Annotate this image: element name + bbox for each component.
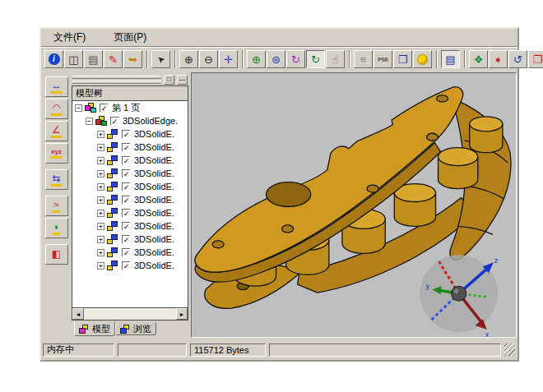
visibility-checkbox[interactable] bbox=[122, 156, 131, 165]
measure-angle-button[interactable]: ∠ bbox=[45, 121, 68, 141]
expand-icon[interactable]: + bbox=[97, 183, 104, 191]
pmi-button[interactable]: PMI bbox=[374, 50, 392, 68]
measure-xyz-button[interactable]: xyz bbox=[45, 143, 68, 164]
expand-icon[interactable]: + bbox=[97, 131, 104, 138]
print-button[interactable]: ▤ bbox=[84, 50, 103, 68]
rotate-view-button[interactable]: ↻ bbox=[286, 50, 305, 68]
visibility-checkbox[interactable] bbox=[122, 130, 131, 139]
move-part-button[interactable]: ➧ bbox=[489, 50, 508, 68]
zoom-in-button[interactable]: ⊕ bbox=[179, 50, 198, 68]
scroll-right-icon[interactable]: ► bbox=[176, 308, 188, 320]
panel-restore-button[interactable]: □ bbox=[164, 75, 174, 85]
tree-node-page[interactable]: − 第 1 页 bbox=[72, 101, 188, 114]
tree-node-part[interactable]: + 3DSolidE. bbox=[72, 259, 188, 272]
visibility-checkbox[interactable] bbox=[122, 222, 131, 231]
measure-curve-button[interactable]: ≈ bbox=[45, 196, 68, 216]
part-cube-icon bbox=[107, 168, 119, 179]
assembly-tree-icon: ❖ bbox=[474, 54, 484, 65]
measure-between-icon: ⇆ bbox=[51, 173, 61, 187]
expand-icon[interactable]: + bbox=[97, 236, 104, 243]
spin-view-button[interactable]: ↻ bbox=[306, 50, 325, 68]
tree-node-assembly[interactable]: − 3DSolidEdge. bbox=[72, 114, 188, 127]
visibility-checkbox[interactable] bbox=[122, 209, 131, 218]
measure-area-button[interactable]: ◗ bbox=[45, 218, 68, 238]
tree-node-part[interactable]: + 3DSolidE. bbox=[72, 127, 188, 141]
measure-area-icon: ◗ bbox=[53, 222, 60, 235]
expand-icon[interactable]: + bbox=[97, 144, 104, 151]
zoom-dynamic-button[interactable]: ⊛ bbox=[267, 50, 285, 68]
tree-node-label: 3DSolidE. bbox=[134, 195, 174, 205]
visibility-checkbox[interactable] bbox=[122, 248, 131, 257]
rotate-part-button[interactable]: ↺ bbox=[508, 50, 527, 68]
tree-node-label: 3DSolidEdge. bbox=[123, 116, 178, 126]
explode-button[interactable]: ❐ bbox=[528, 50, 543, 68]
tree-horizontal-scrollbar[interactable]: ◄ ► bbox=[72, 308, 188, 321]
assembly-nav-button[interactable]: ❖ bbox=[469, 50, 488, 68]
measure-arc-button[interactable]: ◠ bbox=[45, 99, 68, 119]
model-canvas[interactable]: z x y bbox=[192, 73, 516, 337]
expand-icon[interactable]: + bbox=[97, 249, 104, 256]
tree-node-part[interactable]: + 3DSolidE. bbox=[72, 141, 188, 154]
print-preview-button[interactable]: ◫ bbox=[64, 50, 83, 68]
tree-node-part[interactable]: + 3DSolidE. bbox=[72, 219, 188, 233]
visibility-checkbox[interactable] bbox=[110, 117, 119, 126]
notebook-button[interactable]: ▤ bbox=[441, 50, 460, 68]
export-icon: ➥ bbox=[128, 54, 137, 65]
tree-node-part[interactable]: + 3DSolidE. bbox=[72, 206, 188, 219]
menu-page[interactable]: 页面(P) bbox=[109, 30, 151, 45]
collapse-icon[interactable]: − bbox=[75, 104, 82, 112]
tree-node-part[interactable]: + 3DSolidE. bbox=[72, 193, 188, 206]
pan-cross-icon: ✛ bbox=[224, 54, 233, 65]
visibility-checkbox[interactable] bbox=[122, 169, 131, 178]
visibility-checkbox[interactable] bbox=[122, 182, 131, 191]
tab-browse[interactable]: 浏览 bbox=[115, 322, 156, 335]
pan-button[interactable]: ✛ bbox=[219, 50, 238, 68]
zoom-window-icon: ⊕ bbox=[252, 54, 261, 65]
tree-node-part[interactable]: + 3DSolidE. bbox=[72, 246, 188, 259]
visibility-checkbox[interactable] bbox=[100, 104, 109, 113]
window-resize-grip[interactable] bbox=[504, 344, 515, 356]
light-button[interactable] bbox=[413, 50, 432, 68]
status-panel-4 bbox=[269, 344, 501, 357]
printer-icon: ▤ bbox=[88, 54, 98, 65]
pan-hand-button[interactable]: ☝ bbox=[326, 50, 345, 68]
markup-button[interactable]: ✎ bbox=[104, 50, 123, 68]
visibility-checkbox[interactable] bbox=[122, 143, 131, 152]
tab-model[interactable]: 模型 bbox=[74, 321, 115, 336]
expand-icon[interactable]: + bbox=[97, 262, 104, 270]
panel-gripper[interactable] bbox=[72, 76, 161, 84]
expand-icon[interactable]: + bbox=[97, 170, 104, 178]
measure-volume-button[interactable]: ◧ bbox=[45, 244, 68, 265]
view-cube-button[interactable]: ❒ bbox=[393, 50, 412, 68]
measure-between-button[interactable]: ⇆ bbox=[45, 169, 68, 190]
expand-icon[interactable]: + bbox=[97, 210, 104, 217]
collapse-icon[interactable]: − bbox=[86, 118, 93, 125]
menu-bar: 文件(F) 页面(P) bbox=[41, 29, 517, 46]
expand-icon[interactable]: + bbox=[97, 223, 104, 230]
scroll-left-icon[interactable]: ◄ bbox=[72, 308, 84, 320]
orientation-trackball[interactable]: z x y bbox=[420, 255, 498, 337]
measure-distance-button[interactable]: ↔ bbox=[45, 76, 68, 97]
measure-distance-icon: ↔ bbox=[51, 81, 63, 94]
zoom-out-button[interactable]: ⊖ bbox=[199, 50, 218, 68]
select-button[interactable]: ➤ bbox=[151, 50, 170, 68]
part-cube-icon bbox=[107, 142, 119, 153]
visibility-checkbox[interactable] bbox=[122, 235, 131, 244]
viewport-3d[interactable]: z x y bbox=[191, 72, 517, 338]
menu-file[interactable]: 文件(F) bbox=[49, 30, 90, 45]
info-button[interactable]: i bbox=[44, 50, 63, 68]
export-button[interactable]: ➥ bbox=[123, 50, 142, 68]
tree-node-part[interactable]: + 3DSolidE. bbox=[72, 154, 188, 167]
expand-icon[interactable]: + bbox=[97, 157, 104, 164]
tree-node-label: 3DSolidE. bbox=[134, 142, 174, 152]
visibility-checkbox[interactable] bbox=[122, 261, 131, 270]
expand-icon[interactable]: + bbox=[97, 196, 104, 204]
zoom-window-button[interactable]: ⊕ bbox=[247, 50, 266, 68]
layers-button[interactable]: ≡ bbox=[354, 50, 373, 68]
tree-node-part[interactable]: + 3DSolidE. bbox=[72, 167, 188, 180]
tree-node-part[interactable]: + 3DSolidE. bbox=[72, 233, 188, 246]
visibility-checkbox[interactable] bbox=[122, 196, 131, 205]
panel-hide-button[interactable]: — bbox=[177, 75, 188, 85]
part-cube-icon bbox=[107, 129, 119, 140]
tree-node-part[interactable]: + 3DSolidE. bbox=[72, 180, 188, 193]
